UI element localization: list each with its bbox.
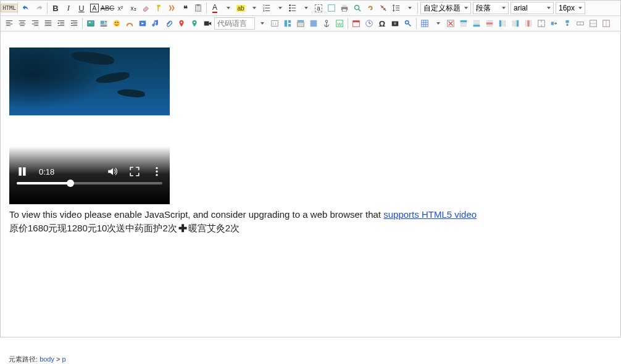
date-button[interactable] — [350, 17, 362, 30]
video-progress-track[interactable] — [17, 182, 162, 184]
svg-rect-64 — [285, 20, 287, 27]
split-rows-button[interactable] — [587, 17, 599, 30]
gmap-button[interactable] — [188, 17, 201, 30]
selectall-button[interactable]: a — [312, 2, 325, 14]
split-cols-button[interactable] — [600, 17, 612, 30]
svg-rect-113 — [565, 20, 569, 23]
wordimage-button[interactable]: W — [333, 17, 346, 30]
align-justify-button[interactable] — [42, 17, 54, 30]
preview-button[interactable] — [351, 2, 364, 14]
template-button[interactable] — [294, 17, 307, 30]
pasteplain-button[interactable] — [192, 2, 204, 14]
underline-button[interactable]: U — [75, 2, 88, 14]
image-button[interactable] — [85, 17, 97, 30]
paragraph-select[interactable]: 段落 — [473, 2, 509, 14]
table-dropdown[interactable] — [431, 17, 444, 30]
attachment-button[interactable] — [162, 17, 175, 30]
video-button[interactable] — [136, 17, 149, 30]
indent-button[interactable] — [55, 17, 67, 30]
code-language-dropdown[interactable] — [256, 17, 268, 30]
unlink-button[interactable] — [377, 2, 390, 14]
path-node-p[interactable]: p — [62, 355, 66, 363]
merge-right-button[interactable] — [548, 17, 561, 30]
delete-row-button[interactable] — [483, 17, 496, 30]
split-cells-button[interactable] — [574, 17, 586, 30]
remove-format-button[interactable] — [325, 2, 338, 14]
code-button[interactable]: { } — [269, 17, 281, 30]
lineheight-dropdown[interactable] — [403, 2, 415, 14]
redo-button[interactable] — [33, 2, 45, 14]
superscript-button[interactable]: x² — [114, 2, 127, 14]
font-border-button[interactable]: A — [88, 2, 101, 14]
ordered-list-dropdown[interactable] — [273, 2, 286, 14]
delete-col-button[interactable] — [522, 17, 535, 30]
svg-rect-92 — [461, 23, 467, 25]
source-html-button[interactable]: HTML — [3, 2, 15, 14]
insert-row-after-button[interactable] — [470, 17, 483, 30]
lineheight-button[interactable] — [390, 2, 402, 14]
insertvideo-button[interactable] — [201, 17, 214, 30]
editor-content-area[interactable]: 0:18 To view this video please enable Ja… — [1, 31, 620, 337]
backcolor-dropdown[interactable] — [248, 2, 260, 14]
unordered-list-dropdown[interactable] — [299, 2, 312, 14]
more-options-button[interactable] — [151, 166, 162, 177]
format-brush-button[interactable] — [153, 2, 165, 14]
emoji-button[interactable] — [110, 17, 123, 30]
insert-row-button[interactable] — [457, 17, 470, 30]
scrawl-button[interactable] — [123, 17, 136, 30]
svg-rect-99 — [486, 25, 493, 27]
element-path: 元素路径: body > p — [9, 355, 66, 364]
path-node-body[interactable]: body — [40, 355, 54, 363]
fullscreen-button[interactable] — [129, 166, 140, 177]
bold-button[interactable]: B — [49, 2, 62, 14]
blockquote-button[interactable]: ❝ — [179, 2, 191, 14]
pause-button[interactable] — [17, 166, 28, 177]
custom-title-select[interactable]: 自定义标题 — [420, 2, 471, 14]
align-center-button[interactable] — [16, 17, 28, 30]
map-button[interactable] — [175, 17, 188, 30]
delete-table-button[interactable] — [444, 17, 457, 30]
italic-button[interactable]: I — [62, 2, 75, 14]
eraser-button[interactable] — [140, 2, 152, 14]
link-button[interactable] — [364, 2, 377, 14]
music-button[interactable] — [149, 17, 162, 30]
autotype-button[interactable] — [166, 2, 178, 14]
undo-button[interactable] — [20, 2, 32, 14]
separator — [206, 2, 207, 14]
unordered-list-button[interactable] — [286, 2, 299, 14]
ordered-list-button[interactable]: 123 — [260, 2, 273, 14]
forecolor-button[interactable]: A — [209, 2, 221, 14]
merge-cells-button[interactable] — [535, 17, 548, 30]
image-float-button[interactable] — [98, 17, 110, 30]
svg-rect-101 — [502, 20, 504, 27]
merge-down-button[interactable] — [561, 17, 573, 30]
code-language-input[interactable] — [214, 17, 255, 30]
spechar-button[interactable]: Ω — [376, 17, 388, 30]
video-progress-thumb[interactable] — [67, 180, 74, 187]
anchor-button[interactable] — [320, 17, 333, 30]
time-button[interactable] — [363, 17, 375, 30]
outdent-button[interactable] — [68, 17, 80, 30]
subscript-button[interactable]: x₂ — [127, 2, 140, 14]
align-right-button[interactable] — [29, 17, 41, 30]
backcolor-button[interactable]: ab — [235, 2, 247, 14]
video-frame[interactable] — [9, 48, 170, 115]
table-button[interactable] — [419, 17, 431, 30]
align-left-button[interactable] — [3, 17, 15, 30]
svg-rect-104 — [514, 20, 516, 27]
background-button[interactable] — [307, 17, 320, 30]
insert-col-button[interactable] — [496, 17, 509, 30]
font-size-select[interactable]: 16px — [556, 2, 585, 14]
strikethrough-button[interactable]: ABC — [101, 2, 114, 14]
html5-video-link[interactable]: supports HTML5 video — [383, 209, 477, 220]
volume-button[interactable] — [107, 166, 118, 177]
layout-button[interactable] — [281, 17, 294, 30]
svg-point-10 — [289, 7, 291, 9]
svg-rect-94 — [473, 20, 480, 22]
insert-col-after-button[interactable] — [509, 17, 522, 30]
snapscreen-button[interactable] — [389, 17, 401, 30]
forecolor-dropdown[interactable] — [222, 2, 234, 14]
print-button[interactable] — [338, 2, 351, 14]
font-family-select[interactable]: arial — [511, 2, 554, 14]
search-replace-button[interactable] — [402, 17, 414, 30]
